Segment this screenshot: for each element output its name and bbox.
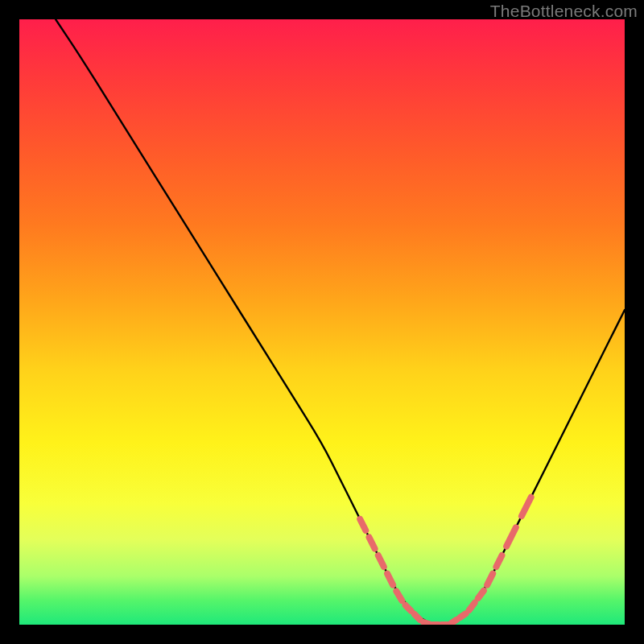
highlight-dash <box>451 620 456 624</box>
highlight-dash <box>387 574 393 585</box>
highlight-dash <box>478 591 484 598</box>
highlight-dash <box>487 574 493 585</box>
highlight-dash <box>522 497 531 516</box>
highlight-dash <box>423 622 429 624</box>
plot-area <box>19 19 625 625</box>
highlight-dash <box>369 537 375 548</box>
highlight-dash <box>496 555 502 567</box>
highlight-dash <box>460 613 465 617</box>
highlight-dashes <box>360 497 530 625</box>
chart-frame: TheBottleneck.com <box>0 0 644 644</box>
bottleneck-curve <box>56 19 625 625</box>
highlight-dash <box>378 555 384 567</box>
highlight-dash <box>396 591 402 601</box>
highlight-dash <box>406 605 411 611</box>
chart-svg <box>19 19 625 625</box>
highlight-dash <box>506 527 516 546</box>
highlight-dash <box>415 614 420 620</box>
highlight-dash <box>360 519 365 530</box>
highlight-dash <box>469 603 475 610</box>
watermark-text: TheBottleneck.com <box>490 2 638 21</box>
